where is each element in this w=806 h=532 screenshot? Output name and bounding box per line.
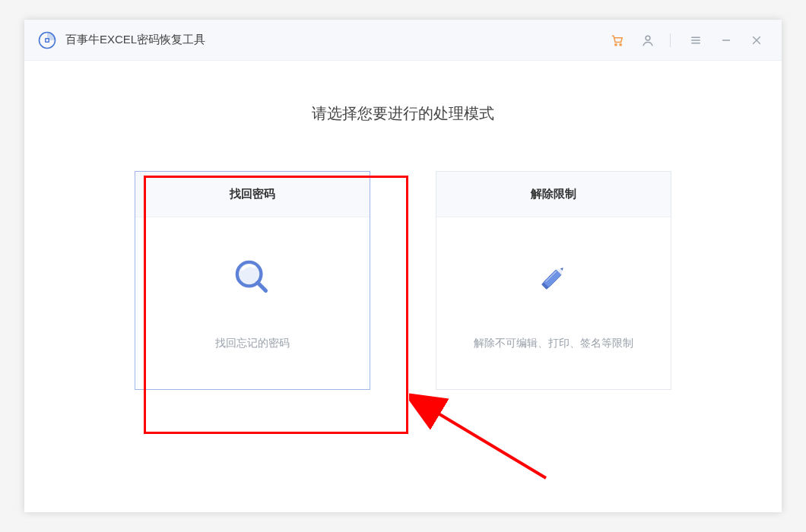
- pencil-icon: [532, 256, 575, 299]
- svg-line-13: [258, 283, 266, 291]
- svg-point-4: [620, 43, 621, 45]
- card-unlock-desc: 解除不可编辑、打印、签名等限制: [474, 337, 633, 350]
- svg-point-5: [646, 36, 650, 40]
- minimize-button[interactable]: [715, 29, 738, 52]
- app-title: 百事牛EXCEL密码恢复工具: [65, 33, 205, 47]
- main-content: 请选择您要进行的处理模式 找回密码 找回忘记的密码 解除限制: [24, 61, 782, 512]
- card-recover-desc: 找回忘记的密码: [215, 337, 290, 350]
- card-unlock-title: 解除限制: [436, 172, 671, 217]
- card-recover-body: 找回忘记的密码: [135, 217, 370, 389]
- user-icon[interactable]: [636, 29, 659, 52]
- svg-rect-2: [46, 39, 49, 41]
- close-button[interactable]: [745, 29, 768, 52]
- card-remove-restriction[interactable]: 解除限制: [436, 171, 671, 390]
- magnifier-icon: [231, 256, 274, 299]
- card-unlock-body: 解除不可编辑、打印、签名等限制: [436, 217, 671, 389]
- mode-cards: 找回密码 找回忘记的密码 解除限制: [135, 171, 671, 390]
- titlebar: 百事牛EXCEL密码恢复工具: [24, 20, 782, 61]
- page-heading: 请选择您要进行的处理模式: [312, 103, 494, 124]
- menu-icon[interactable]: [684, 29, 707, 52]
- titlebar-separator: [670, 33, 671, 47]
- app-logo: [38, 31, 56, 49]
- svg-point-3: [615, 43, 617, 45]
- cart-icon[interactable]: [606, 29, 629, 52]
- app-window: 百事牛EXCEL密码恢复工具: [24, 20, 782, 512]
- card-recover-password[interactable]: 找回密码 找回忘记的密码: [135, 171, 370, 390]
- card-recover-title: 找回密码: [135, 172, 370, 217]
